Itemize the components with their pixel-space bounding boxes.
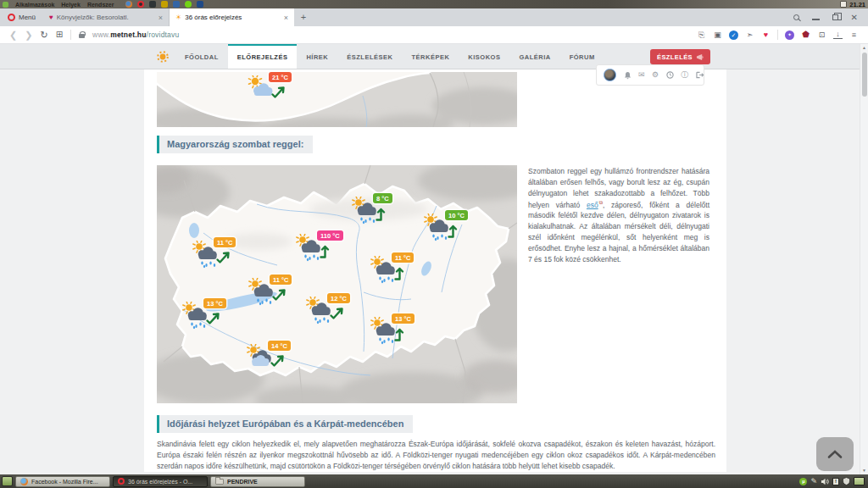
temperature-badge: 8 °C	[373, 193, 392, 203]
back-icon[interactable]: ❮	[9, 30, 17, 40]
browser-tab-0[interactable]: ♥Könyvjelzők: Besorolatl. ×	[43, 8, 169, 26]
nav-item-5[interactable]: KISOKOS	[459, 44, 509, 69]
nav-item-0[interactable]: FŐOLDAL	[175, 44, 228, 69]
browser-toolbar-icons: ⎘▣✓➣♥✦⬟⊡↓≡	[697, 30, 859, 40]
nav-item-1[interactable]: ELŐREJELZÉS	[228, 44, 298, 69]
share-icon[interactable]: ⎘	[697, 30, 706, 40]
page-content: 21 °C ✉⚙ⓘ Magyarország szombat reggel:	[144, 69, 726, 472]
terminal-launcher[interactable]	[149, 1, 156, 8]
vpn-badge-icon[interactable]: ✓	[729, 30, 738, 40]
sidebar-box-icon[interactable]: ⊡	[817, 30, 826, 40]
bell-icon[interactable]	[624, 71, 632, 80]
scrollbar[interactable]: ▲ ▼	[860, 44, 868, 474]
new-tab-button[interactable]: +	[294, 8, 313, 26]
scrollbar-thumb[interactable]	[862, 53, 867, 97]
desktop-screen: AlkalmazásokHelyekRendszer 21.21 Menü ♥K…	[0, 0, 868, 488]
scrollbar-down-icon[interactable]: ▼	[860, 467, 868, 474]
taskbar-window-0[interactable]: Facebook - Mozilla Fire...	[15, 476, 110, 487]
taskbar-window-2[interactable]: PENDRIVE	[210, 476, 305, 487]
system-tray: µ✎!	[799, 477, 866, 485]
nav-item-2[interactable]: HÍREK	[297, 44, 337, 69]
nav-item-4[interactable]: TÉRKÉPEK	[402, 44, 459, 69]
temperature-badge: 11 °C	[392, 252, 414, 263]
scroll-to-top-button[interactable]	[816, 437, 854, 471]
panel-clock: 21.21	[849, 1, 865, 8]
tab-close-icon[interactable]: ×	[284, 14, 288, 22]
forecast-paragraph: Szombaton reggel egy hullámzó frontrends…	[528, 166, 709, 265]
divider	[777, 30, 778, 40]
panel-launchers	[125, 1, 203, 8]
tablet-pen-icon[interactable]: ✎	[810, 478, 817, 485]
download-icon[interactable]: ↓	[833, 31, 843, 39]
wind-arrow-up-icon	[319, 242, 332, 263]
graphics-launcher[interactable]	[161, 1, 168, 8]
forward-icon[interactable]: ❯	[25, 30, 32, 40]
history-clock-icon[interactable]	[666, 71, 674, 79]
metnet-sun-logo-icon[interactable]	[156, 50, 170, 64]
info-icon[interactable]: ⓘ	[681, 71, 688, 79]
temperature-badge: 110 °C	[317, 230, 343, 241]
nav-item-3[interactable]: ÉSZLELÉSEK	[337, 44, 402, 69]
utorrent-tray-icon[interactable]: µ	[799, 478, 807, 485]
show-desktop-button[interactable]	[2, 476, 13, 486]
likes-heart-icon[interactable]: ♥	[761, 30, 771, 40]
taskbar-window-1[interactable]: 36 órás előrejelzés - O...	[113, 476, 208, 487]
weather-station: 14 °C	[245, 341, 299, 377]
adblock-shield-icon[interactable]: ⬟	[801, 30, 810, 40]
flow-icon[interactable]: ➣	[745, 30, 754, 40]
firefox-launcher[interactable]	[125, 1, 132, 8]
sun-icon: ☀	[175, 14, 181, 21]
search-icon[interactable]	[793, 14, 799, 20]
keyboard-layout-icon[interactable]	[840, 1, 847, 8]
temperature-badge: 21 °C	[269, 72, 292, 82]
eszleles-button[interactable]: ÉSZLELÉS	[650, 49, 710, 64]
extension-purple-icon[interactable]: ✦	[785, 30, 794, 40]
wind-arrow-up-icon	[447, 222, 460, 242]
user-toolbar: ✉⚙ⓘ	[596, 64, 704, 86]
mail-icon[interactable]: ✉	[638, 71, 645, 79]
tab-close-icon[interactable]: ×	[159, 14, 163, 22]
wind-arrow-up-icon	[393, 264, 407, 285]
reload-icon[interactable]: ↻	[40, 30, 47, 40]
wind-arrow-up-icon	[393, 325, 407, 346]
speed-dial-icon[interactable]: ⊞	[56, 30, 63, 39]
rain-link[interactable]: eső	[587, 201, 598, 209]
minimize-icon[interactable]	[812, 19, 820, 20]
panel-menu-rendszer[interactable]: Rendszer	[87, 2, 114, 8]
tab-title: Könyvjelzők: Besorolatl.	[57, 14, 155, 21]
battery-icon[interactable]	[854, 477, 865, 485]
browser-tab-1[interactable]: ☀36 órás előrejelzés ×	[169, 8, 294, 26]
utorrent-launcher[interactable]	[185, 1, 192, 8]
logout-icon[interactable]	[696, 71, 704, 79]
tab-title: 36 órás előrejelzés	[185, 14, 281, 21]
temperature-badge: 12 °C	[327, 293, 350, 303]
panel-menu-alkalmazások[interactable]: Alkalmazások	[15, 2, 54, 8]
opera-launcher[interactable]	[137, 1, 144, 8]
url-field[interactable]: www.metnet.hu/rovidtavu	[92, 30, 179, 39]
volume-icon[interactable]	[821, 478, 829, 485]
secure-lock-icon[interactable]	[79, 34, 85, 38]
temperature-badge: 11 °C	[214, 237, 236, 247]
weather-station: 11 °C	[191, 238, 245, 274]
wine-launcher[interactable]	[173, 1, 180, 8]
wind-arrow-ne-icon	[329, 305, 345, 324]
restore-icon[interactable]	[832, 14, 838, 20]
opera-menu-button[interactable]: Menü	[0, 8, 43, 26]
security-shield-icon[interactable]	[843, 477, 850, 485]
nav-item-6[interactable]: GALÉRIA	[509, 44, 559, 69]
close-icon[interactable]: ✕	[851, 14, 858, 22]
section-heading-morning: Magyarország szombat reggel:	[157, 136, 313, 153]
settings-gear-icon[interactable]: ⚙	[652, 71, 659, 79]
panel-menu-helyek[interactable]: Helyek	[61, 2, 81, 8]
scrollbar-up-icon[interactable]: ▲	[860, 44, 868, 52]
wind-arrow-ne-icon	[205, 310, 221, 330]
media-player-launcher[interactable]	[197, 1, 203, 8]
weather-station: 8 °C	[350, 194, 404, 230]
site-nav: FŐOLDALELŐREJELZÉSHÍREKÉSZLELÉSEKTÉRKÉPE…	[0, 44, 860, 69]
settings-sliders-icon[interactable]: ≡	[849, 30, 859, 40]
snapshot-icon[interactable]: ▣	[713, 30, 722, 40]
megaphone-icon	[696, 53, 704, 61]
updates-icon[interactable]: !	[832, 478, 839, 485]
avatar[interactable]	[604, 69, 616, 81]
distro-menu-icon[interactable]	[3, 2, 8, 8]
